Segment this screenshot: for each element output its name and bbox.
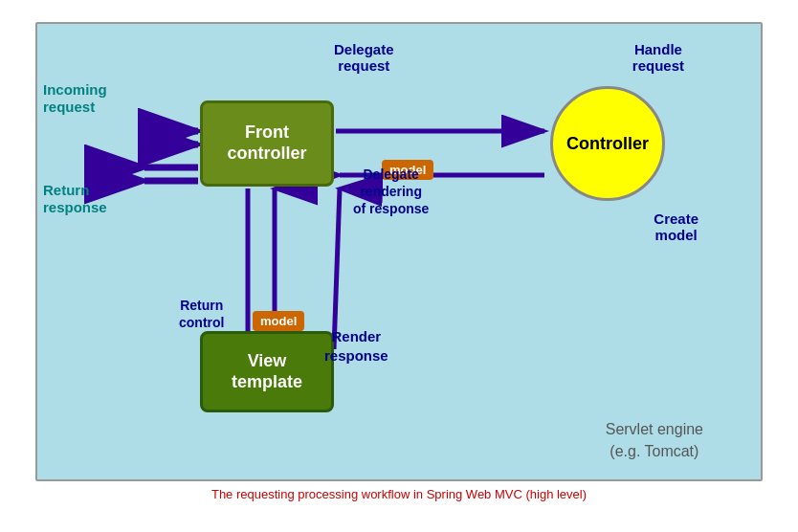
front-controller-label: Front controller (227, 122, 306, 164)
view-template-box: View template (200, 331, 334, 412)
front-controller-box: Front controller (200, 100, 334, 187)
return-control-label: Return control (179, 297, 224, 331)
caption: The requesting processing workflow in Sp… (211, 487, 587, 501)
svg-line-12 (334, 188, 340, 349)
delegate-rendering-label: Delegate rendering of response (353, 166, 429, 218)
view-template-label: View template (232, 351, 302, 392)
handle-request-label: Handle request (632, 41, 684, 74)
diagram-wrapper: Incoming request Return response Front c… (26, 22, 772, 510)
controller-label: Controller (566, 134, 649, 154)
create-model-label: Create model (654, 211, 698, 243)
diagram-area: Incoming request Return response Front c… (35, 22, 763, 481)
servlet-engine-label: Servlet engine (e.g. Tomcat) (606, 419, 703, 462)
model-badge-bottom: model (253, 311, 304, 331)
arrows-svg (37, 24, 761, 479)
incoming-request-label: Incoming request (43, 81, 107, 116)
delegate-request-label: Delegate request (334, 41, 394, 74)
return-response-label: Return response (43, 182, 107, 216)
render-response-label: Render response (324, 327, 388, 365)
controller-circle: Controller (550, 86, 665, 201)
